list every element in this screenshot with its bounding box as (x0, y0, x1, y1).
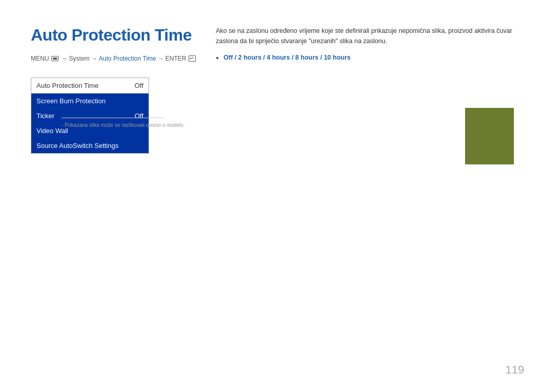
menu-item[interactable]: Screen Burn Protection (31, 94, 149, 108)
tv-image (465, 108, 514, 164)
menu-item-label: Auto Protection Time (36, 82, 99, 89)
system-label: System (69, 55, 89, 62)
current-label: Auto Protection Time (99, 55, 156, 62)
page-number: 119 (505, 363, 524, 377)
page-title: Auto Protection Time (31, 26, 216, 45)
options-highlight: Off / 2 hours / 4 hours / 8 hours / 10 h… (224, 54, 350, 61)
options-list: Off / 2 hours / 4 hours / 8 hours / 10 h… (216, 54, 524, 61)
menu-path: MENU → System → Auto Protection Time → E… (31, 55, 216, 62)
description-main: Ako se na zaslonu određeno vrijeme koje … (216, 26, 514, 46)
menu-list: Auto Protection TimeOffScreen Burn Prote… (31, 78, 149, 154)
menu-label: MENU (31, 55, 49, 62)
tv-screen (465, 108, 514, 164)
enter-icon (189, 55, 196, 62)
menu-icon (51, 56, 59, 61)
footer-divider (62, 118, 164, 118)
menu-item[interactable]: Auto Protection TimeOff (31, 78, 149, 94)
page: Auto Protection Time MENU → System → Aut… (0, 0, 555, 392)
options-item: Off / 2 hours / 4 hours / 8 hours / 10 h… (224, 54, 524, 61)
left-column: Auto Protection Time MENU → System → Aut… (31, 26, 216, 154)
menu-item-label: Source AutoSwitch Settings (36, 142, 119, 150)
enter-label: ENTER (165, 55, 187, 62)
menu-item[interactable]: Source AutoSwitch Settings (31, 138, 149, 153)
menu-item-label: Screen Burn Protection (36, 97, 105, 105)
arrow3: → (158, 55, 164, 62)
arrow1: → (61, 55, 67, 62)
menu-item-label: Video Wall (36, 127, 68, 135)
menu-item-value: Off (135, 82, 143, 89)
right-column: Ako se na zaslonu određeno vrijeme koje … (216, 26, 524, 63)
footer-note: - Prikazana slika može se razlikovati ov… (62, 118, 216, 128)
arrow2: → (91, 55, 97, 62)
footer-text: - Prikazana slika može se razlikovati ov… (62, 122, 216, 128)
menu-item-label: Ticker (36, 112, 54, 120)
